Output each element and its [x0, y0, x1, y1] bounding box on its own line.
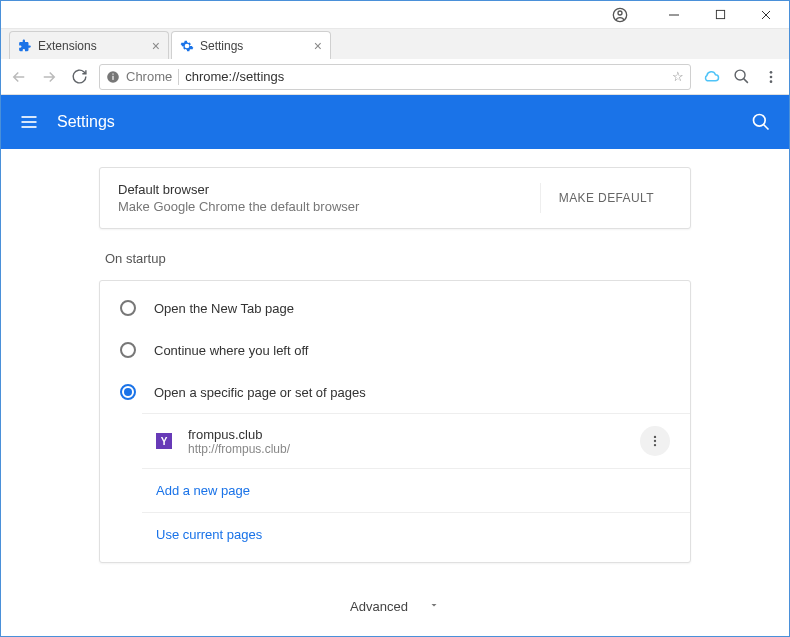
- startup-pages-list: Y frompus.club http://frompus.club/ Add …: [142, 413, 690, 556]
- tab-settings[interactable]: Settings ×: [171, 31, 331, 59]
- startup-option-specific[interactable]: Open a specific page or set of pages: [100, 371, 690, 413]
- svg-line-10: [743, 79, 747, 83]
- svg-point-1: [618, 11, 622, 15]
- window-close-icon[interactable]: [743, 1, 789, 29]
- security-label: Chrome: [126, 69, 172, 84]
- new-tab-button[interactable]: [337, 37, 357, 55]
- radio-icon: [120, 342, 136, 358]
- search-anywhere-icon[interactable]: [731, 67, 751, 87]
- window-minimize-icon[interactable]: [651, 1, 697, 29]
- section-label-startup: On startup: [105, 251, 691, 266]
- radio-label: Open a specific page or set of pages: [154, 385, 366, 400]
- svg-point-17: [754, 115, 766, 127]
- startup-page-title: frompus.club: [188, 427, 290, 442]
- svg-point-9: [735, 70, 745, 80]
- tab-label: Settings: [200, 39, 243, 53]
- default-browser-title: Default browser: [118, 182, 540, 197]
- back-icon[interactable]: [9, 67, 29, 87]
- tab-label: Extensions: [38, 39, 97, 53]
- forward-icon[interactable]: [39, 67, 59, 87]
- browser-tab-strip: Extensions × Settings ×: [1, 29, 789, 59]
- svg-point-13: [770, 80, 773, 83]
- site-favicon: Y: [156, 433, 172, 449]
- add-new-page-link[interactable]: Add a new page: [142, 468, 690, 512]
- url-text: chrome://settings: [185, 69, 284, 84]
- svg-rect-3: [716, 10, 724, 18]
- hamburger-menu-icon[interactable]: [19, 112, 39, 132]
- gear-icon: [180, 39, 194, 53]
- divider: [178, 69, 179, 85]
- puzzle-icon: [18, 39, 32, 53]
- window-titlebar: [1, 1, 789, 29]
- startup-card: Open the New Tab page Continue where you…: [99, 280, 691, 563]
- radio-label: Open the New Tab page: [154, 301, 294, 316]
- advanced-toggle[interactable]: Advanced: [99, 599, 691, 614]
- extension-cloud-icon[interactable]: [701, 67, 721, 87]
- startup-page-row: Y frompus.club http://frompus.club/: [142, 414, 690, 468]
- svg-point-12: [770, 75, 773, 78]
- toolbar: Chrome chrome://settings ☆: [1, 59, 789, 95]
- close-icon[interactable]: ×: [152, 38, 160, 54]
- radio-label: Continue where you left off: [154, 343, 308, 358]
- settings-header: Settings: [1, 95, 789, 149]
- svg-point-11: [770, 71, 773, 74]
- address-bar[interactable]: Chrome chrome://settings ☆: [99, 64, 691, 90]
- default-browser-card: Default browser Make Google Chrome the d…: [99, 167, 691, 229]
- make-default-button[interactable]: MAKE DEFAULT: [540, 183, 672, 213]
- svg-rect-8: [112, 73, 113, 74]
- search-icon[interactable]: [751, 112, 771, 132]
- startup-option-continue[interactable]: Continue where you left off: [100, 329, 690, 371]
- browser-menu-icon[interactable]: [761, 67, 781, 87]
- page-title: Settings: [57, 113, 115, 131]
- use-current-pages-link[interactable]: Use current pages: [142, 512, 690, 556]
- tab-extensions[interactable]: Extensions ×: [9, 31, 169, 59]
- close-icon[interactable]: ×: [314, 38, 322, 54]
- bookmark-star-icon[interactable]: ☆: [672, 69, 684, 84]
- startup-option-newtab[interactable]: Open the New Tab page: [100, 287, 690, 329]
- chevron-down-icon: [428, 599, 440, 614]
- default-browser-subtitle: Make Google Chrome the default browser: [118, 199, 540, 214]
- site-info-icon[interactable]: [106, 70, 120, 84]
- user-account-icon[interactable]: [597, 1, 643, 29]
- reload-icon[interactable]: [69, 67, 89, 87]
- advanced-label: Advanced: [350, 599, 408, 614]
- svg-rect-7: [112, 75, 113, 79]
- page-more-menu-icon[interactable]: [640, 426, 670, 456]
- svg-line-18: [764, 125, 769, 130]
- radio-icon: [120, 384, 136, 400]
- settings-content[interactable]: Default browser Make Google Chrome the d…: [1, 149, 789, 636]
- svg-point-19: [654, 436, 656, 438]
- svg-point-20: [654, 440, 656, 442]
- startup-page-url: http://frompus.club/: [188, 442, 290, 456]
- window-maximize-icon[interactable]: [697, 1, 743, 29]
- radio-icon: [120, 300, 136, 316]
- svg-point-21: [654, 444, 656, 446]
